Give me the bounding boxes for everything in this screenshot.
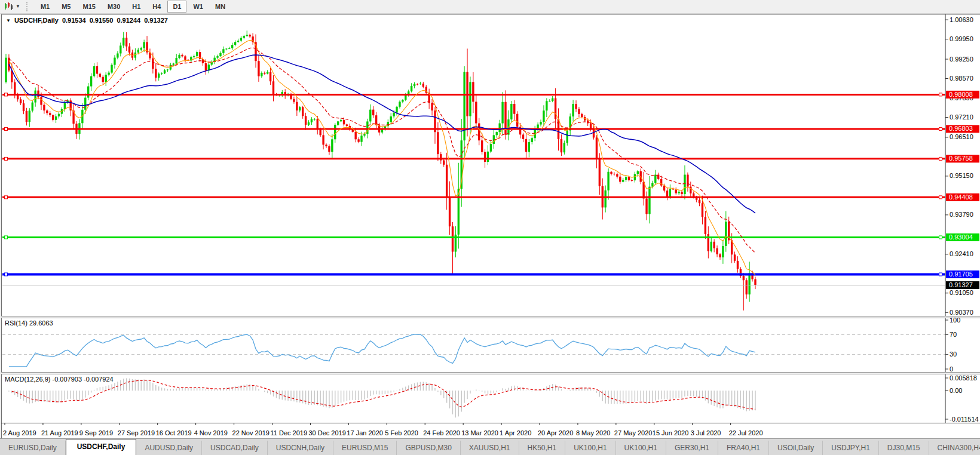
rsi-indicator-label: RSI(14) 29.6063 (5, 319, 53, 327)
date-axis-label: 16 Oct 2019 (156, 429, 192, 436)
timeframe-button-mn[interactable]: MN (210, 1, 231, 13)
chart-tab-fra40-h1[interactable]: FRA40,H1 (718, 441, 769, 455)
date-axis-label: 5 Feb 2020 (385, 429, 418, 436)
date-axis-label: 3 Jul 2020 (691, 429, 721, 436)
price-axis-tick: 0.90370 (950, 309, 973, 316)
main-chart-plot-area[interactable] (2, 15, 945, 316)
candlestick-chart-icon (4, 2, 14, 11)
ohlc-high: 0.91550 (90, 17, 114, 24)
timeframe-button-group: M1M5M15M30H1H4D1W1MN (35, 1, 231, 13)
ohlc-open: 0.91534 (62, 17, 86, 24)
chart-canvas: 1.006300.999500.992500.985700.978900.972… (0, 0, 980, 455)
chart-title-caret-icon[interactable]: ▼ (6, 18, 11, 23)
timeframe-button-d1[interactable]: D1 (167, 1, 186, 13)
macd-axis-tick: 0.00 (950, 387, 962, 394)
timeframe-button-h1[interactable]: H1 (127, 1, 146, 13)
date-axis-label: 20 Apr 2020 (538, 429, 573, 436)
price-line-label-0.96803: 0.96803 (946, 125, 979, 133)
svg-text:0.98008: 0.98008 (949, 91, 973, 98)
svg-text:0.91705: 0.91705 (949, 270, 973, 278)
price-axis-tick: 0.99250 (950, 56, 973, 63)
svg-text:0.94408: 0.94408 (949, 193, 973, 201)
timeframe-button-m5[interactable]: M5 (56, 1, 76, 13)
price-line-label-0.98008: 0.98008 (946, 91, 979, 99)
price-axis-tick: 0.99950 (950, 35, 973, 42)
date-axis-label: 27 Sep 2019 (118, 429, 155, 436)
chart-tab-china300-h4[interactable]: CHINA300,H4 (929, 441, 980, 455)
date-axis-label: 22 Nov 2019 (232, 429, 270, 436)
timeframe-button-m1[interactable]: M1 (35, 1, 55, 13)
chart-tab-gbpusd-m30[interactable]: GBPUSD,M30 (397, 441, 460, 455)
timeframe-button-m30[interactable]: M30 (102, 1, 125, 13)
date-axis-label: 1 Apr 2020 (500, 429, 531, 436)
price-line-label-0.95758: 0.95758 (946, 155, 979, 162)
price-axis-tick: 0.92410 (950, 250, 973, 257)
timeframe-button-h4[interactable]: H4 (147, 1, 166, 13)
price-line-label-0.91705: 0.91705 (946, 270, 979, 278)
macd-axis-tick: -0.011514 (950, 416, 979, 423)
rsi-pane[interactable] (2, 317, 945, 372)
chart-tab-dj30-m15[interactable]: DJ30,M15 (879, 441, 929, 455)
date-axis-label: 24 Feb 2020 (423, 429, 460, 436)
chart-tab-ger30-h1[interactable]: GER30,H1 (666, 441, 718, 455)
macd-indicator-label: MACD(12,26,9) -0.007903 -0.007924 (5, 376, 114, 383)
date-axis-label: 17 Jan 2020 (347, 429, 383, 436)
rsi-axis-tick: 30 (950, 351, 957, 358)
chart-type-dropdown-icon[interactable]: ▼ (16, 4, 20, 9)
date-axis-label: 27 May 2020 (614, 429, 653, 436)
chart-symbol-title: USDCHF,Daily (14, 17, 59, 24)
chart-window-title: ▼ USDCHF,Daily 0.91534 0.91550 0.91244 0… (6, 17, 168, 24)
svg-text:0.95758: 0.95758 (949, 155, 973, 162)
macd-axis-tick: 0.005818 (950, 374, 977, 382)
date-axis-label: 11 Dec 2019 (271, 429, 308, 436)
price-axis-tick: 0.95150 (950, 172, 973, 179)
price-axis-tick: 0.91050 (950, 289, 973, 296)
toolbar-drag-handle[interactable] (26, 2, 30, 11)
timeframe-button-w1[interactable]: W1 (188, 1, 209, 13)
macd-pane[interactable] (2, 373, 945, 423)
chart-tab-eurusd-m15[interactable]: EURUSD,M15 (333, 441, 397, 455)
timeframe-button-m15[interactable]: M15 (77, 1, 100, 13)
rsi-axis-tick: 100 (950, 316, 960, 324)
date-axis-label: 9 Sep 2019 (79, 429, 113, 436)
price-axis-tick: 0.97210 (950, 113, 973, 121)
date-axis-label: 22 Jul 2020 (729, 429, 763, 436)
price-axis-tick: 0.96510 (950, 133, 973, 140)
ohlc-close: 0.91327 (144, 17, 168, 24)
chart-tab-audusd-daily[interactable]: AUDUSD,Daily (136, 441, 202, 455)
chart-type-button[interactable]: ▼ (2, 1, 23, 12)
date-axis-label: 15 Jun 2020 (653, 429, 689, 436)
date-axis-label: 8 May 2020 (576, 429, 610, 436)
svg-text:0.96803: 0.96803 (949, 125, 973, 132)
rsi-axis-tick: 0 (950, 365, 953, 373)
rsi-axis-tick: 70 (950, 331, 957, 338)
date-axis-label: 30 Dec 2019 (308, 429, 345, 436)
date-axis-label: 21 Aug 2019 (41, 429, 78, 436)
chart-tab-eurusd-daily[interactable]: EURUSD,Daily (0, 441, 66, 455)
chart-tab-usdchf-daily[interactable]: USDCHF,Daily (66, 439, 137, 455)
chart-tab-bar: EURUSD,DailyUSDCHF,DailyAUDUSD,DailyUSDC… (0, 438, 980, 455)
chart-tab-usdcnh-daily[interactable]: USDCNH,Daily (268, 441, 333, 455)
price-axis-tick: 0.93790 (950, 211, 973, 218)
price-axis-tick: 0.98570 (950, 75, 973, 82)
chart-tab-usdcad-daily[interactable]: USDCAD,Daily (202, 441, 268, 455)
date-axis-label: 4 Nov 2019 (194, 429, 228, 436)
chart-tab-xauusd-h1[interactable]: XAUUSD,H1 (461, 441, 519, 455)
price-line-label-0.94408: 0.94408 (946, 193, 979, 201)
top-toolbar: ▼ M1M5M15M30H1H4D1W1MN (0, 0, 980, 14)
ohlc-low: 0.91244 (117, 17, 140, 24)
chart-tab-usdjpy-h1[interactable]: USDJPY,H1 (823, 441, 878, 455)
price-line-label-0.91327: 0.91327 (946, 281, 979, 289)
chart-tab-hk50-h1[interactable]: HK50,H1 (519, 441, 566, 455)
chart-tab-uk100-h1[interactable]: UK100,H1 (616, 441, 666, 455)
svg-text:0.91327: 0.91327 (949, 281, 973, 288)
chart-tab-usoil-daily[interactable]: USOil,Daily (769, 441, 823, 455)
price-line-label-0.93004: 0.93004 (946, 233, 979, 241)
date-axis-label: 13 Mar 2020 (461, 429, 498, 436)
date-axis-label: 2 Aug 2019 (3, 429, 36, 436)
chart-tab-uk100-h1[interactable]: UK100,H1 (565, 441, 615, 455)
price-axis-tick: 1.00630 (950, 16, 973, 23)
svg-text:0.93004: 0.93004 (949, 233, 973, 241)
